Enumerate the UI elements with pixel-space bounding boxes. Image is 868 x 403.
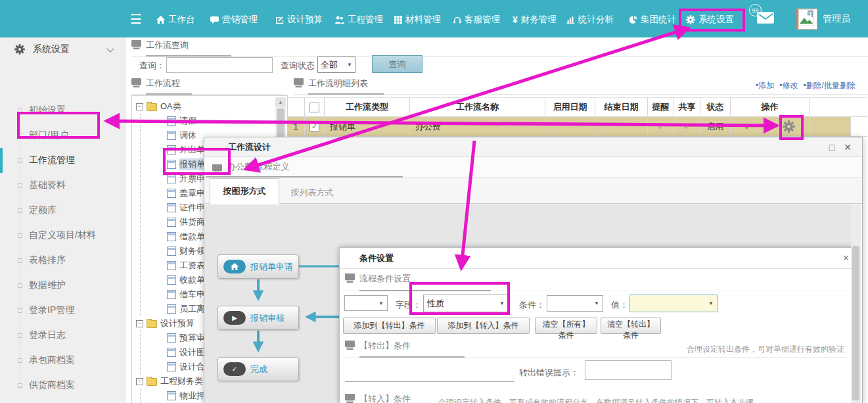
table-row[interactable]: 1 ✓ 报销单 办公费 ✓ ✓ 启用 ✔ ✎ (287, 117, 868, 137)
add-incoming-condition-button[interactable]: 添加到【转入】条件 (437, 318, 530, 334)
column-header: 结束日期 (595, 97, 648, 117)
clear-outgoing-conditions-button[interactable]: 清空【转出】条件 (601, 318, 661, 334)
column-header: 操作 (731, 97, 810, 117)
close-icon[interactable]: ✕ (842, 253, 850, 263)
tree-item[interactable]: 请假 (141, 114, 287, 128)
approve-icon[interactable]: ✔ (744, 122, 752, 131)
nav-item-group-statistics[interactable]: 集团统计 (629, 13, 676, 26)
nav-item-engineering[interactable]: 工程管理 (335, 13, 383, 26)
home-icon (156, 16, 165, 24)
logic-select[interactable]: ▼ (344, 295, 388, 311)
folder-icon (147, 378, 157, 386)
nav-item-design-budget[interactable]: 设计预算 (276, 13, 323, 26)
column-header: 状态 (700, 97, 731, 117)
sidebar-item-supplier-archives[interactable]: 供货商档案 (0, 373, 125, 398)
dialog-scrollbar[interactable] (851, 204, 861, 403)
form-icon (167, 348, 176, 357)
sidebar-item-data-maintenance[interactable]: 数据维护 (0, 273, 125, 298)
operator-select[interactable]: ▼ (547, 295, 603, 312)
cell-status: 启用 (700, 117, 731, 137)
scrollbar-thumb[interactable] (277, 108, 285, 139)
form-icon (167, 333, 176, 343)
modify-link[interactable]: •修改 (779, 80, 798, 91)
tab-list-mode[interactable]: 按列表方式 (279, 181, 345, 204)
status-select[interactable]: 全部 ▼ (317, 57, 355, 73)
clear-all-conditions-button[interactable]: 清空【所有】条件 (535, 318, 597, 334)
dropdown-arrow-icon: ▼ (499, 300, 505, 306)
field-label: 字段： (396, 299, 421, 311)
value-combobox[interactable]: ▼ (629, 295, 718, 312)
chevron-down-icon (106, 45, 114, 52)
condition-titlebar: 条件设置 ✕ (340, 248, 852, 269)
edit-icon (276, 16, 284, 24)
close-button[interactable]: ✕ (844, 142, 852, 153)
flow-node-start[interactable]: 报销单申请 (217, 254, 299, 279)
sidebar-item-initial-settings[interactable]: 初始设置 (0, 98, 125, 123)
sidebar-item-basic-data[interactable]: 基础资料 (0, 173, 125, 198)
sidebar-item-workflow-management[interactable]: 工作流管理 (0, 148, 125, 173)
sidebar-item-custom-projects-materials[interactable]: 自定义项目/材料 (0, 223, 125, 248)
nav-item-statistics[interactable]: 统计分析 (566, 13, 614, 26)
nav-item-finance[interactable]: ¥财务管理 (513, 13, 557, 26)
flow-node-complete[interactable]: ✓ 完成 (217, 357, 299, 381)
collapse-icon[interactable]: − (136, 378, 143, 385)
nav-item-system-settings[interactable]: 系统设置 (686, 13, 734, 26)
form-icon (167, 160, 176, 169)
outgoing-hint: 合理设定转出条件，可对单据进行有效的验证 (687, 344, 844, 355)
add-outgoing-condition-button[interactable]: 添加到【转出】条件 (343, 318, 436, 334)
maximize-button[interactable]: □ (829, 142, 834, 153)
chat-icon (210, 16, 219, 24)
sidebar: 系统设置 初始设置 部门/用户 工作流管理 基础资料 定额库 自定义项目/材料 … (0, 37, 126, 403)
nav-item-workbench[interactable]: 工作台 (156, 13, 195, 26)
edit-icon[interactable]: ✎ (764, 122, 771, 131)
flow-node-review[interactable]: ▶ 报销审核 (217, 306, 299, 330)
workflow-design-dialog: 工作流设计 □ ✕ 办公费 流程定义 按图形方式 按列表方式 (204, 137, 863, 403)
form-icon (167, 116, 176, 126)
sidebar-item-contractor-archives[interactable]: 承包商档案 (0, 348, 125, 373)
monitor-icon (345, 273, 355, 280)
row-checkbox[interactable]: ✓ (305, 117, 325, 137)
collapse-icon[interactable]: − (136, 320, 143, 327)
scrollbar-thumb[interactable] (852, 246, 859, 400)
username[interactable]: 管理员 (823, 13, 850, 25)
yen-icon: ¥ (513, 14, 518, 25)
sidebar-item-login-logs[interactable]: 登录日志 (0, 323, 125, 348)
avatar[interactable] (796, 9, 817, 30)
folder-icon (147, 320, 157, 328)
tab-graphic-mode[interactable]: 按图形方式 (210, 178, 279, 204)
messages-button[interactable]: 99 (757, 12, 777, 28)
select-all-checkbox[interactable] (305, 97, 325, 117)
dropdown-arrow-icon: ▼ (594, 300, 599, 306)
nav-item-materials[interactable]: 材料管理 (394, 13, 441, 26)
outgoing-error-input[interactable] (585, 360, 672, 380)
delete-batch-delete-link[interactable]: •删除/批量删除 (803, 80, 856, 91)
sidebar-item-table-sorting[interactable]: 表格排序 (0, 248, 125, 273)
form-icon (167, 261, 176, 270)
home-icon (223, 260, 246, 273)
add-link[interactable]: •添加 (756, 80, 774, 91)
condition-title: 条件设置 (359, 252, 394, 264)
search-button[interactable]: 查询 (372, 55, 423, 73)
monitor-icon (345, 394, 355, 400)
cell-share: ✓ (674, 117, 700, 137)
nav-item-marketing[interactable]: 营销管理 (210, 13, 258, 26)
collapse-icon[interactable]: − (136, 103, 143, 110)
divider (345, 381, 514, 382)
sidebar-item-quota-library[interactable]: 定额库 (0, 198, 125, 223)
field-select[interactable]: 性质▼ (423, 295, 509, 312)
sidebar-item-login-ip-management[interactable]: 登录IP管理 (0, 298, 125, 323)
tree-folder-oa[interactable]: −OA类 (132, 99, 287, 114)
scroll-up-icon[interactable]: ▲ (275, 97, 286, 107)
query-input[interactable] (166, 57, 273, 73)
message-count-badge: 99 (749, 4, 762, 16)
nav-item-customer-service[interactable]: 客服管理 (453, 13, 500, 26)
cell-end-date (595, 117, 648, 137)
sidebar-header[interactable]: 系统设置 (0, 37, 125, 61)
workflow-design-gear-icon[interactable] (783, 120, 795, 133)
workflow-definition-label: 办公费 流程定义 (227, 161, 290, 173)
sidebar-item-departments-users[interactable]: 部门/用户 (0, 123, 125, 148)
hamburger-icon[interactable]: ☰ (130, 11, 142, 27)
cell-workflow-name: 办公费 (410, 117, 545, 137)
operator-label: 条件： (519, 299, 545, 311)
sidebar-menu: 初始设置 部门/用户 工作流管理 基础资料 定额库 自定义项目/材料 表格排序 … (0, 98, 125, 398)
